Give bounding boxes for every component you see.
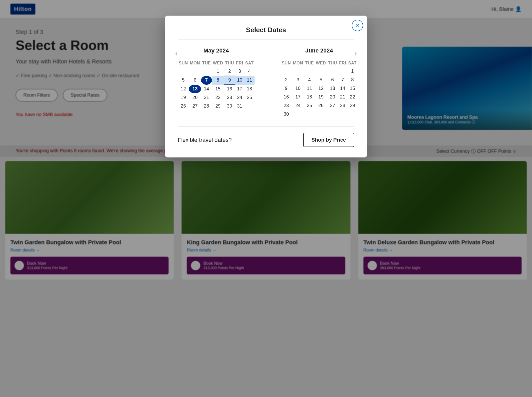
modal-title: Select Dates — [178, 26, 354, 39]
may-date-10[interactable]: 10 — [235, 76, 244, 85]
jun-date[interactable]: 10 — [292, 84, 304, 93]
jun-day-header-wed: WED — [315, 59, 327, 67]
jun-date — [315, 110, 327, 118]
may-day-header-sun: SUN — [178, 59, 189, 67]
june-calendar-title: June 2024 — [281, 47, 357, 54]
may-day-header-thu: THU — [224, 59, 235, 67]
may-date[interactable]: 18 — [244, 85, 255, 94]
jun-date — [281, 67, 292, 76]
jun-date — [304, 67, 315, 76]
may-day-header-sat: SAT — [244, 59, 255, 67]
jun-date — [315, 67, 327, 76]
jun-date[interactable]: 3 — [292, 76, 304, 84]
may-calendar: May 2024 SUN MON TUE WED THU FRI SAT — [178, 47, 255, 118]
jun-date[interactable]: 28 — [338, 101, 347, 110]
jun-date — [338, 110, 347, 118]
may-date[interactable]: 1 — [212, 67, 224, 76]
may-date — [178, 67, 189, 76]
may-date[interactable]: 19 — [178, 93, 189, 102]
may-date[interactable]: 28 — [201, 102, 212, 110]
jun-date — [347, 110, 358, 118]
jun-date[interactable]: 27 — [327, 101, 338, 110]
jun-date[interactable]: 19 — [315, 93, 327, 101]
jun-day-header-mon: MON — [292, 59, 304, 67]
may-date-13[interactable]: 13 — [189, 85, 201, 94]
shop-by-price-button[interactable]: Shop by Price — [303, 133, 354, 147]
jun-date[interactable]: 21 — [338, 93, 347, 101]
modal-overlay: ✕ Select Dates ‹ › May 2024 SUN MON TUE … — [0, 0, 532, 397]
jun-date — [292, 110, 304, 118]
jun-date[interactable]: 6 — [327, 76, 338, 84]
jun-date[interactable]: 15 — [347, 84, 358, 93]
flexible-dates-label: Flexible travel dates? — [178, 137, 232, 143]
may-calendar-title: May 2024 — [178, 47, 255, 54]
jun-date[interactable]: 24 — [292, 101, 304, 110]
jun-date[interactable]: 23 — [281, 101, 292, 110]
jun-date[interactable]: 5 — [315, 76, 327, 84]
may-date[interactable]: 14 — [201, 85, 212, 94]
may-date[interactable]: 17 — [235, 85, 244, 94]
jun-date — [304, 110, 315, 118]
may-day-header-wed: WED — [212, 59, 224, 67]
jun-date[interactable]: 20 — [327, 93, 338, 101]
may-date[interactable]: 5 — [178, 76, 189, 85]
may-date[interactable]: 23 — [224, 93, 235, 102]
close-icon: ✕ — [356, 23, 360, 28]
may-date-11[interactable]: 11 — [244, 76, 255, 85]
jun-date[interactable]: 8 — [347, 76, 358, 84]
may-date-7[interactable]: 7 — [201, 76, 212, 85]
jun-date[interactable]: 25 — [304, 101, 315, 110]
may-date[interactable]: 31 — [235, 102, 244, 110]
jun-date — [327, 110, 338, 118]
may-date[interactable]: 26 — [178, 102, 189, 110]
jun-date[interactable]: 12 — [315, 84, 327, 93]
may-date[interactable]: 24 — [235, 93, 244, 102]
jun-date[interactable]: 18 — [304, 93, 315, 101]
modal-close-button[interactable]: ✕ — [352, 20, 363, 31]
jun-date[interactable]: 22 — [347, 93, 358, 101]
may-date — [244, 102, 255, 110]
jun-day-header-sat: SAT — [347, 59, 358, 67]
may-date[interactable]: 29 — [212, 102, 224, 110]
jun-date — [292, 67, 304, 76]
jun-day-header-sun: SUN — [281, 59, 292, 67]
may-date[interactable]: 27 — [189, 102, 201, 110]
date-picker-modal: ✕ Select Dates ‹ › May 2024 SUN MON TUE … — [165, 16, 367, 157]
jun-date[interactable]: 13 — [327, 84, 338, 93]
jun-date[interactable]: 26 — [315, 101, 327, 110]
may-date-8[interactable]: 8 — [212, 76, 224, 85]
june-calendar: June 2024 SUN MON TUE WED THU FRI SAT — [281, 47, 357, 118]
jun-date[interactable]: 11 — [304, 84, 315, 93]
may-date[interactable]: 30 — [224, 102, 235, 110]
prev-month-button[interactable]: ‹ — [172, 49, 180, 58]
may-date[interactable]: 21 — [201, 93, 212, 102]
may-date[interactable]: 3 — [235, 67, 244, 76]
jun-day-header-fri: FRI — [338, 59, 347, 67]
jun-day-header-thu: THU — [327, 59, 338, 67]
jun-date[interactable]: 16 — [281, 93, 292, 101]
may-day-header-tue: TUE — [201, 59, 212, 67]
may-date-9[interactable]: 9 — [224, 76, 235, 85]
jun-date[interactable]: 7 — [338, 76, 347, 84]
may-date[interactable]: 20 — [189, 93, 201, 102]
jun-date[interactable]: 1 — [347, 67, 358, 76]
next-month-button[interactable]: › — [352, 49, 360, 58]
jun-day-header-tue: TUE — [304, 59, 315, 67]
jun-date[interactable]: 2 — [281, 76, 292, 84]
jun-date[interactable]: 9 — [281, 84, 292, 93]
jun-date[interactable]: 29 — [347, 101, 358, 110]
may-date[interactable]: 12 — [178, 85, 189, 94]
jun-date[interactable]: 14 — [338, 84, 347, 93]
may-date[interactable]: 22 — [212, 93, 224, 102]
jun-date[interactable]: 17 — [292, 93, 304, 101]
may-date[interactable]: 16 — [224, 85, 235, 94]
may-date — [201, 67, 212, 76]
may-date[interactable]: 2 — [224, 67, 235, 76]
jun-date[interactable]: 30 — [281, 110, 292, 118]
may-date[interactable]: 15 — [212, 85, 224, 94]
may-date[interactable]: 25 — [244, 93, 255, 102]
may-date[interactable]: 6 — [189, 76, 201, 85]
jun-date[interactable]: 4 — [304, 76, 315, 84]
may-date[interactable]: 4 — [244, 67, 255, 76]
may-day-header-fri: FRI — [235, 59, 244, 67]
